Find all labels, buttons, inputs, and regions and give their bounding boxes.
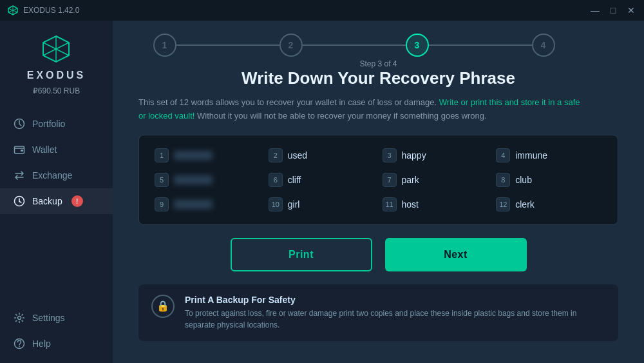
description-rest: Without it you will not be able to recov…	[194, 111, 486, 121]
sidebar-item-settings[interactable]: Settings	[0, 305, 113, 331]
word-blurred-5	[174, 175, 213, 184]
word-text-7: park	[402, 175, 419, 185]
sidebar-item-backup[interactable]: Backup !	[0, 188, 113, 214]
word-item-11: 11 host	[383, 195, 489, 214]
backup-icon	[13, 195, 26, 208]
logo-icon	[41, 34, 71, 67]
word-text-4: immune	[515, 150, 547, 161]
sidebar-item-wallet[interactable]: Wallet	[0, 137, 113, 162]
step-line-2	[303, 44, 406, 46]
app-body: EXODUS ₽690.50 RUB Portfolio	[0, 21, 644, 363]
buttons-row: Print Next	[138, 238, 618, 271]
word-item-9: 9	[155, 195, 261, 214]
word-num-3: 3	[383, 148, 397, 162]
logo-text: EXODUS	[27, 70, 86, 81]
word-item-10: 10 girl	[269, 195, 375, 214]
settings-icon	[13, 311, 26, 324]
next-button[interactable]: Next	[385, 238, 527, 271]
word-num-11: 11	[383, 197, 397, 211]
exchange-icon	[13, 169, 26, 182]
nav-items: Portfolio Wallet	[0, 111, 113, 305]
sidebar-logo: EXODUS	[27, 34, 86, 81]
title-bar: EXODUS 1.42.0 — □ ✕	[0, 0, 644, 21]
word-text-12: clerk	[515, 199, 535, 210]
app-title: EXODUS 1.42.0	[23, 6, 79, 15]
svg-point-14	[19, 346, 20, 348]
portfolio-label: Portfolio	[32, 119, 65, 129]
print-button[interactable]: Print	[231, 238, 372, 271]
step-4: 4	[532, 34, 555, 57]
word-num-7: 7	[383, 173, 397, 187]
lock-icon: 🔒	[151, 295, 175, 318]
word-item-5: 5	[155, 170, 261, 190]
word-item-2: 2 used	[269, 146, 375, 165]
safety-content: Print A Backup For Safety To protect aga…	[185, 295, 605, 331]
sidebar-bottom: Settings Help	[0, 305, 113, 357]
word-text-6: cliff	[288, 175, 301, 185]
step-1: 1	[153, 34, 176, 57]
step-label: Step 3 of 4	[359, 59, 397, 68]
safety-text: To protect against loss, fire or water d…	[185, 308, 605, 331]
word-text-10: girl	[288, 199, 300, 210]
word-item-3: 3 happy	[383, 146, 489, 165]
main-content: 1 2 3 4 Step 3 of 4 Write Down Your Reco…	[113, 21, 644, 363]
word-num-8: 8	[496, 173, 510, 187]
help-label: Help	[32, 338, 51, 349]
svg-rect-10	[21, 150, 23, 152]
app-icon	[8, 5, 18, 15]
word-text-3: happy	[402, 150, 426, 161]
word-num-5: 5	[155, 173, 169, 187]
portfolio-icon	[13, 117, 26, 130]
word-item-1: 1	[155, 146, 261, 165]
safety-box: 🔒 Print A Backup For Safety To protect a…	[138, 284, 618, 341]
word-blurred-9	[174, 200, 213, 209]
backup-label: Backup	[32, 196, 62, 206]
exchange-label: Exchange	[32, 170, 72, 181]
word-item-7: 7 park	[383, 170, 489, 190]
sidebar-item-exchange[interactable]: Exchange	[0, 162, 113, 188]
svg-point-12	[18, 317, 21, 320]
step-line-1	[176, 44, 279, 46]
word-num-6: 6	[269, 173, 283, 187]
word-text-11: host	[402, 199, 419, 210]
word-num-12: 12	[496, 197, 510, 211]
word-item-12: 12 clerk	[496, 195, 602, 214]
help-icon	[13, 337, 26, 350]
description-plain: This set of 12 words allows you to recov…	[138, 97, 439, 107]
word-num-10: 10	[269, 197, 283, 211]
word-num-2: 2	[269, 148, 283, 162]
word-num-4: 4	[496, 148, 510, 162]
settings-label: Settings	[32, 313, 65, 323]
word-blurred-1	[174, 151, 213, 160]
sidebar: EXODUS ₽690.50 RUB Portfolio	[0, 21, 113, 363]
minimize-button[interactable]: —	[590, 5, 600, 15]
window-controls: — □ ✕	[590, 5, 636, 15]
word-num-9: 9	[155, 197, 169, 211]
word-grid: 1 2 used 3 happy 4 immune 5 6 cli	[138, 135, 618, 225]
step-line-3	[429, 44, 532, 46]
sidebar-item-help[interactable]: Help	[0, 331, 113, 357]
word-item-8: 8 club	[496, 170, 602, 190]
title-bar-left: EXODUS 1.42.0	[8, 5, 79, 15]
steps-row: 1 2 3 4	[153, 34, 604, 57]
word-num-1: 1	[155, 148, 169, 162]
balance-display: ₽690.50 RUB	[33, 86, 80, 95]
steps-wrapper: 1 2 3 4 Step 3 of 4	[138, 34, 618, 68]
word-text-2: used	[288, 150, 307, 161]
word-text-8: club	[515, 175, 532, 185]
step-2: 2	[279, 34, 303, 57]
backup-badge: !	[71, 195, 83, 207]
safety-title: Print A Backup For Safety	[185, 295, 605, 305]
wallet-label: Wallet	[32, 144, 57, 155]
word-item-4: 4 immune	[496, 146, 602, 165]
page-description: This set of 12 words allows you to recov…	[138, 96, 589, 123]
maximize-button[interactable]: □	[608, 5, 618, 15]
page-title: Write Down Your Recovery Phrase	[138, 68, 618, 88]
sidebar-item-portfolio[interactable]: Portfolio	[0, 111, 113, 137]
close-button[interactable]: ✕	[626, 5, 636, 15]
wallet-icon	[13, 143, 26, 156]
word-item-6: 6 cliff	[269, 170, 375, 190]
step-3: 3	[406, 34, 429, 57]
